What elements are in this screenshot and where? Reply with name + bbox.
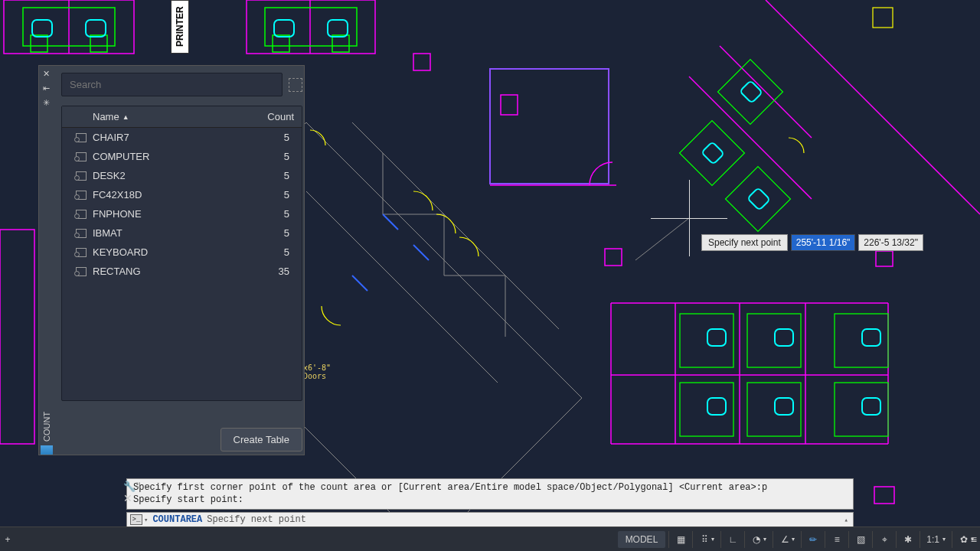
block-name: RECTANG xyxy=(93,266,141,277)
svg-rect-6 xyxy=(605,249,622,266)
command-close-icon[interactable]: ✕ xyxy=(123,492,132,504)
svg-line-20 xyxy=(383,214,398,230)
transparency-toggle-icon[interactable]: ▧ xyxy=(848,531,872,548)
count-table: Name▲ Count CHAIR75COMPUTER5DESK25FC42X1… xyxy=(61,106,302,401)
svg-line-21 xyxy=(413,245,429,260)
block-icon xyxy=(76,152,87,161)
svg-rect-12 xyxy=(332,35,349,52)
block-icon xyxy=(76,248,87,257)
doors-annotation: x6'-8" Doors xyxy=(303,364,331,380)
block-count: 35 xyxy=(240,264,302,279)
block-icon xyxy=(76,191,87,200)
svg-rect-24 xyxy=(680,121,745,186)
snap-toggle-icon[interactable]: ⠿▾ xyxy=(692,531,720,548)
block-count: 5 xyxy=(240,207,302,221)
palette-logo-icon xyxy=(41,445,53,455)
table-row[interactable]: DESK25 xyxy=(62,166,302,185)
table-row[interactable]: CHAIR75 xyxy=(62,128,302,147)
isodraft-toggle-icon[interactable]: ∠▾ xyxy=(773,531,801,548)
block-icon xyxy=(76,210,87,219)
selection-area-icon[interactable] xyxy=(289,78,302,92)
annotation-visibility-icon[interactable]: ✱ xyxy=(896,531,920,548)
command-expand-icon[interactable]: ▴ xyxy=(844,516,848,524)
block-count: 5 xyxy=(240,226,302,240)
lineweight-toggle-icon[interactable]: ≡ xyxy=(825,531,848,548)
command-line[interactable]: >_ ▾ COUNTAREA Specify next point ▴ xyxy=(126,512,854,527)
svg-rect-17 xyxy=(490,69,609,184)
svg-rect-9 xyxy=(31,35,47,52)
create-table-button[interactable]: Create Table xyxy=(220,428,302,452)
block-icon xyxy=(76,229,87,238)
command-grip-icon[interactable]: ⠿ xyxy=(136,481,142,490)
block-icon xyxy=(76,133,87,142)
command-history: Specify first corner point of the count … xyxy=(126,478,854,510)
status-bar: + MODEL ▦ ⠿▾ ∟ ◔▾ ∠▾ ✏ ≡ ▧ ⌖ ✱ 1:1▾ ✿▾ ≡ xyxy=(0,527,980,551)
table-row[interactable]: FNPHONE5 xyxy=(62,204,302,223)
block-icon xyxy=(76,171,87,181)
block-name: CHAIR7 xyxy=(93,132,129,143)
dynamic-y-field[interactable]: 226'-5 13/32" xyxy=(858,234,923,251)
block-count: 5 xyxy=(240,168,302,183)
model-space-button[interactable]: MODEL xyxy=(618,531,666,548)
block-count: 5 xyxy=(240,187,302,202)
command-prompt-text: Specify next point xyxy=(207,514,306,525)
column-header-name[interactable]: Name▲ xyxy=(62,106,240,127)
block-name: FNPHONE xyxy=(93,208,142,220)
grid-toggle-icon[interactable]: ▦ xyxy=(668,531,692,548)
osnap-toggle-icon[interactable]: ✏ xyxy=(801,531,825,548)
command-settings-icon[interactable]: 🔧 xyxy=(123,481,136,492)
sort-asc-icon: ▲ xyxy=(122,113,129,121)
search-input[interactable] xyxy=(61,73,283,96)
svg-rect-8 xyxy=(265,8,357,46)
polar-toggle-icon[interactable]: ◔▾ xyxy=(744,531,773,548)
svg-rect-19 xyxy=(501,95,518,115)
block-name: DESK2 xyxy=(93,170,126,181)
block-count: 5 xyxy=(240,130,302,145)
svg-line-52 xyxy=(635,218,689,260)
block-count: 5 xyxy=(240,245,302,259)
svg-rect-5 xyxy=(0,230,34,444)
svg-line-22 xyxy=(352,276,368,291)
crosshair-plus-icon[interactable]: + xyxy=(0,534,15,545)
dynamic-x-field[interactable]: 255'-11 1/16" xyxy=(791,234,856,251)
column-header-count[interactable]: Count xyxy=(240,106,302,127)
table-row[interactable]: FC42X18D5 xyxy=(62,185,302,204)
svg-rect-50 xyxy=(775,398,793,415)
svg-rect-11 xyxy=(273,35,289,52)
table-row[interactable]: COMPUTER5 xyxy=(62,147,302,166)
table-row[interactable]: KEYBOARD5 xyxy=(62,243,302,262)
block-name: IBMAT xyxy=(93,227,122,239)
svg-rect-26 xyxy=(740,80,763,103)
svg-rect-16 xyxy=(328,20,348,37)
dynamic-input-tooltip: Specify next point 255'-11 1/16" 226'-5 … xyxy=(701,234,923,251)
svg-rect-38 xyxy=(874,487,894,504)
block-name: FC42X18D xyxy=(93,189,142,201)
svg-rect-13 xyxy=(32,20,52,37)
svg-rect-48 xyxy=(862,329,880,346)
table-row[interactable]: IBMAT5 xyxy=(62,223,302,243)
svg-rect-10 xyxy=(90,35,107,52)
palette-pin-icon[interactable]: ⇤ xyxy=(43,83,50,93)
svg-rect-51 xyxy=(862,398,880,415)
dynamic-prompt-label: Specify next point xyxy=(701,234,788,251)
statusbar-customize-icon[interactable]: ≡ xyxy=(971,533,977,546)
svg-rect-49 xyxy=(707,398,726,415)
palette-menu-icon[interactable]: ✳ xyxy=(43,98,50,108)
command-dropdown-icon[interactable]: ▾ xyxy=(144,516,148,524)
svg-rect-25 xyxy=(726,167,791,232)
svg-rect-14 xyxy=(86,20,106,37)
block-name: KEYBOARD xyxy=(93,246,148,258)
annotation-scale-icon[interactable]: ⌖ xyxy=(872,531,896,548)
ortho-toggle-icon[interactable]: ∟ xyxy=(720,531,744,548)
block-count: 5 xyxy=(240,149,302,164)
scale-ratio-button[interactable]: 1:1▾ xyxy=(920,531,952,548)
svg-rect-27 xyxy=(701,142,724,165)
svg-rect-46 xyxy=(707,329,726,346)
command-name: COUNTAREA xyxy=(152,514,202,525)
printer-block-label: PRINTER xyxy=(171,0,189,54)
svg-rect-39 xyxy=(876,251,893,266)
svg-rect-47 xyxy=(775,329,793,346)
table-row[interactable]: RECTANG35 xyxy=(62,262,302,281)
palette-close-icon[interactable]: ✕ xyxy=(43,69,50,79)
svg-rect-4 xyxy=(413,54,430,70)
